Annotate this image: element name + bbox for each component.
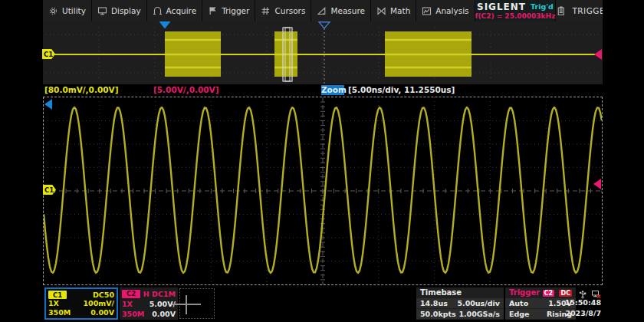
acquire-icon [153,6,163,16]
menu-item-analysis[interactable]: Analysis [416,0,475,21]
c2-bandwidth: 350M [122,310,144,318]
analysis-icon [422,6,432,16]
trigger-menu-button[interactable]: TRIGGER [556,0,603,21]
menu-item-utility[interactable]: Utility [43,0,92,21]
channel1-descriptor[interactable]: C1 DC50 1X 100mV/ 350M 0.00V [44,288,118,320]
scope-ui: UtilityDisplayAcquireTriggerCursorsMeasu… [43,0,603,322]
trigger-type: Edge [509,310,530,318]
menu-item-label: Display [111,6,141,15]
clock-time: 15:50:48 [547,297,601,308]
trigger-mode: Auto [509,299,528,307]
menu: UtilityDisplayAcquireTriggerCursorsMeasu… [43,0,475,21]
c1-attenuation: 1X [48,299,59,307]
system-status: 15:50:48 2023/8/7 [547,288,601,319]
c2-coupling: DC1M [152,290,176,298]
menu-item-measure[interactable]: Measure [311,0,371,21]
trigger-title: Trigger [509,288,540,297]
trigger-status-label: Trig'd [531,2,554,11]
c1-offset: 0.00V [90,308,114,317]
timebase-samplerate: 1.00GSa/s [458,310,500,318]
menu-item-trigger[interactable]: Trigger [202,0,255,21]
horizontal-ref-marker[interactable] [44,99,52,110]
menu-item-label: Acquire [166,6,197,15]
menu-item-label: Trigger [222,6,249,15]
c1-swatch: C1 [48,291,67,299]
timebase-panel[interactable]: Timebase 14.8us 5.00us/div 50.0kpts 1.00… [416,288,504,320]
trigger-menu-label: TRIGGER [572,6,603,15]
menu-item-cursors[interactable]: Cursors [255,0,311,21]
c1-bandwidth: 350M [48,308,71,317]
c2-attenuation: 1X [122,300,133,308]
display-icon [97,6,107,16]
timebase-title: Timebase [420,288,462,297]
timebase-scale: 5.00us/div [457,299,500,307]
c1-vdiv: 100mV/ [83,299,114,307]
usb-icon [578,288,587,297]
zoom-plot [44,97,602,284]
waveform-overview[interactable]: C1 [43,21,603,84]
gear-icon [48,6,58,16]
menu-item-label: Cursors [274,6,305,15]
measure-icon [317,6,327,16]
flag-icon [208,6,218,16]
c1-coupling: DC50 [93,291,114,299]
siglent-logo: SIGLENT [477,2,526,12]
c2-impedance: H [143,290,150,298]
trigger-delay-marker[interactable] [159,21,171,29]
scale-labels-row: [80.0mV/,0.00V] [5.00V/,0.00V] Zoom [5.0… [43,84,603,97]
clipboard-icon [556,6,566,16]
zoom-badge[interactable]: Zoom [321,85,344,95]
menu-item-label: Analysis [435,6,468,15]
menu-item-acquire[interactable]: Acquire [147,0,203,21]
lan-disconnected-icon [591,288,601,297]
crosshair-icon [186,295,187,314]
timebase-memory: 50.0kpts [420,310,456,318]
c2-swatch: C2 [122,290,140,298]
clock-date: 2023/8/7 [547,308,601,319]
overview-plot [43,21,603,84]
channel2-descriptor[interactable]: C2 H DC1M 1X 5.00V/ 350M 0.00V [120,288,178,320]
zoom-scale-label: [5.00ns/div, 11.2550us] [348,85,455,94]
menu-bar: UtilityDisplayAcquireTriggerCursorsMeasu… [43,0,603,21]
cursors-icon [261,6,271,16]
oscilloscope-screen: UtilityDisplayAcquireTriggerCursorsMeasu… [0,0,644,322]
frequency-readout: f(C2) = 25.00003kHz [475,12,556,20]
status-bar: C1 DC50 1X 100mV/ 350M 0.00V C2 H DC1M [43,285,603,322]
zoom-window[interactable]: C1 [43,97,603,285]
c1-scale-label: [80.0mV/,0.00V] [44,85,118,94]
menu-item-label: Math [390,6,410,15]
menu-item-label: Measure [330,6,365,15]
trigger-level-marker[interactable] [594,49,602,60]
menu-item-display[interactable]: Display [92,0,147,21]
c2-scale-label: [5.00V/,0.00V] [153,85,219,94]
trigger-level-marker-zoom[interactable] [593,179,601,189]
menu-item-math[interactable]: Math [371,0,416,21]
math-icon [376,6,386,16]
brand-block: SIGLENT Trig'd f(C2) = 25.00003kHz [475,0,557,21]
trigger-position-marker[interactable] [319,22,330,28]
timebase-delay: 14.8us [420,299,448,307]
menu-item-label: Utility [62,6,86,15]
c2-offset: 0.00V [152,310,176,318]
